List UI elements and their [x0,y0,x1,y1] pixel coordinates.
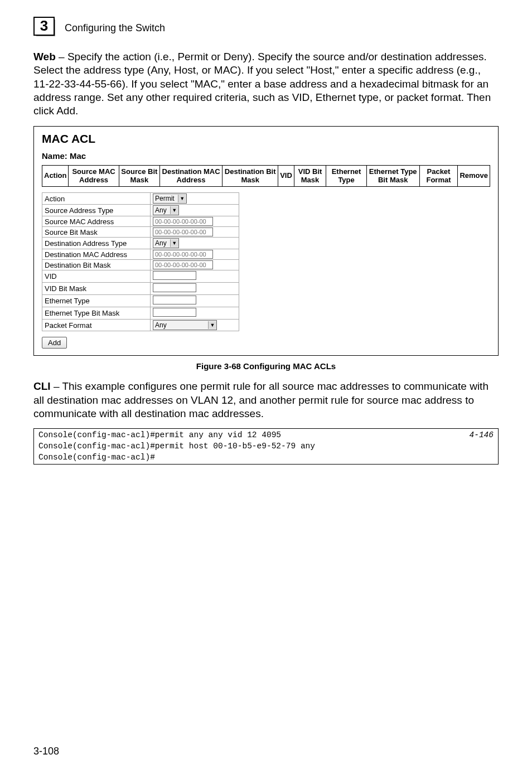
figure-caption: Figure 3-68 Configuring MAC ACLs [33,361,499,371]
packet-format-value: Any [155,321,167,329]
panel-name-label: Name: [42,151,67,161]
cli-label: CLI [33,380,51,392]
col-packet-format: Packet Format [419,165,458,187]
row-dst-addr-type-label: Destination Address Type [42,238,151,249]
col-eth-type: Ethernet Type [326,165,367,187]
action-select[interactable]: Permit ▼ [153,194,187,204]
intro-paragraph: Web – Specify the action (i.e., Permit o… [33,50,499,118]
row-action-label: Action [42,193,151,205]
row-eth-type-mask-label: Ethernet Type Bit Mask [42,307,151,320]
chevron-down-icon: ▼ [208,321,216,329]
dest-address-type-value: Any [155,239,167,247]
source-address-type-value: Any [155,206,167,214]
cli-lines: Console(config-mac-acl)#permit any any v… [38,430,315,461]
cli-paragraph: CLI – This example configures one permit… [33,380,499,420]
row-src-mask-label: Source Bit Mask [42,227,151,238]
chevron-down-icon: ▼ [170,239,178,247]
action-select-value: Permit [155,195,175,202]
col-eth-type-bitmask: Ethernet Type Bit Mask [366,165,419,187]
source-bitmask-input[interactable]: 00-00-00-00-00-00 [153,228,213,236]
vid-input[interactable] [153,271,196,280]
source-address-type-select[interactable]: Any ▼ [153,205,179,215]
col-action: Action [42,165,69,187]
intro-text: – Specify the action (i.e., Permit or De… [33,51,491,117]
cli-page-ref: 4-146 [469,430,494,441]
row-dst-mask-label: Destination Bit Mask [42,260,151,270]
acl-columns-table: Action Source MAC Address Source Bit Mas… [42,165,490,187]
cli-text: – This example configures one permit rul… [33,380,489,419]
row-dst-mac-label: Destination MAC Address [42,249,151,260]
mac-acl-panel: MAC ACL Name: Mac Action Source MAC Addr… [33,126,499,356]
row-vid-label: VID [42,270,151,283]
col-vid: VID [278,165,294,187]
chapter-title: Configuring the Switch [65,22,165,34]
col-dest-bitmask: Destination Bit Mask [223,165,278,187]
chevron-down-icon: ▼ [170,206,178,214]
chapter-number: 3 [33,17,55,36]
dest-bitmask-input[interactable]: 00-00-00-00-00-00 [153,260,213,269]
source-mac-input[interactable]: 00-00-00-00-00-00 [153,217,213,226]
chevron-down-icon: ▼ [178,195,186,202]
col-remove: Remove [458,165,490,187]
row-src-mac-label: Source MAC Address [42,216,151,227]
panel-name: Name: Mac [42,151,490,161]
col-source-mac: Source MAC Address [69,165,119,187]
dest-address-type-select[interactable]: Any ▼ [153,238,179,248]
acl-form-table: Action Permit ▼ Source Address Type Any … [42,192,239,331]
col-dest-mac: Destination MAC Address [160,165,223,187]
page-number: 3-108 [33,746,59,757]
ethernet-type-bitmask-input[interactable] [153,308,196,317]
col-vid-bitmask: VID Bit Mask [294,165,326,187]
col-source-bitmask: Source Bit Mask [119,165,159,187]
cli-example-box: 4-146Console(config-mac-acl)#permit any … [33,428,499,465]
dest-mac-input[interactable]: 00-00-00-00-00-00 [153,250,213,259]
vid-bitmask-input[interactable] [153,283,196,292]
row-pkt-fmt-label: Packet Format [42,320,151,331]
row-src-addr-type-label: Source Address Type [42,205,151,216]
chapter-number-icon: 3 [33,17,57,39]
add-button[interactable]: Add [42,337,67,349]
intro-label: Web [33,51,56,62]
chapter-header: 3 Configuring the Switch [33,17,499,39]
row-vid-mask-label: VID Bit Mask [42,283,151,295]
packet-format-select[interactable]: Any ▼ [153,320,217,330]
panel-name-value: Mac [70,151,86,161]
ethernet-type-input[interactable] [153,296,196,304]
panel-title: MAC ACL [42,132,490,146]
row-eth-type-label: Ethernet Type [42,295,151,307]
